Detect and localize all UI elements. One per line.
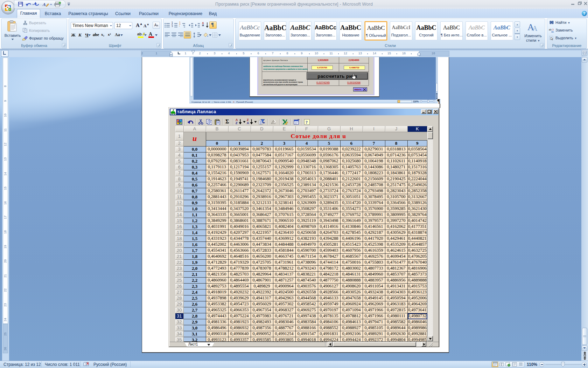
svg-text:A: A — [42, 2, 46, 7]
svg-text:ac: ac — [551, 30, 554, 33]
svg-text:A: A — [532, 25, 538, 32]
svg-text:?: ? — [306, 120, 308, 125]
